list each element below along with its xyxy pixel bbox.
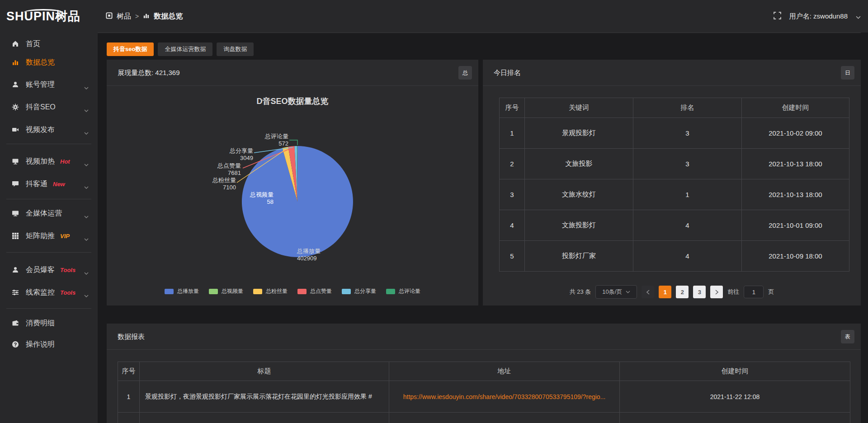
sidebar-item-label: 账号管理: [26, 80, 55, 89]
sidebar-divider: [6, 252, 91, 253]
sidebar-item-media-operation[interactable]: 全媒体运营: [0, 206, 98, 221]
tab-bar: 抖音seo数据 全媒体运营数据 询盘数据: [107, 42, 254, 56]
legend-swatch: [386, 289, 395, 294]
sidebar-item-label: 视频加热: [26, 157, 55, 166]
breadcrumb: 树品 > 数据总览: [106, 0, 183, 33]
page-button-3[interactable]: 3: [693, 286, 706, 298]
cell-index: 2: [500, 149, 525, 179]
page-button-2[interactable]: 2: [676, 286, 689, 298]
sidebar-item-video-heat[interactable]: 视频加热 Hot: [0, 154, 98, 169]
video-link[interactable]: https://www.iesdouyin.com/share/video/70…: [403, 393, 606, 400]
chevron-down-icon: [84, 212, 89, 220]
legend-item-fans[interactable]: 总粉丝量: [253, 287, 288, 295]
table-row: [118, 413, 850, 423]
chevron-down-icon: [84, 235, 89, 243]
cell-index: 3: [500, 179, 525, 210]
cell-rank: 3: [633, 149, 742, 179]
sidebar-item-label: 操作说明: [26, 340, 55, 349]
sidebar-item-label: 矩阵助推: [26, 231, 55, 241]
user-chevron-down-icon[interactable]: [856, 13, 861, 20]
sidebar-item-douyin-seo[interactable]: 抖音SEO: [0, 99, 98, 115]
sidebar-item-home[interactable]: 首页: [0, 36, 98, 52]
bar-chart-icon: [12, 59, 19, 66]
page-size-select[interactable]: 10条/页: [595, 285, 637, 299]
fullscreen-icon[interactable]: [774, 12, 781, 21]
cell-url: [389, 413, 620, 423]
chevron-down-icon: [84, 183, 89, 191]
sidebar-item-video-publish[interactable]: 视频发布: [0, 122, 98, 137]
sidebar-divider: [6, 308, 91, 309]
table-toggle-button[interactable]: 表: [841, 330, 854, 343]
rank-panel-header: 今日排名 日: [483, 60, 861, 86]
legend-label: 总播放量: [177, 287, 199, 295]
breadcrumb-root[interactable]: 树品: [117, 12, 131, 21]
pie-label-play: 总播放量 402909: [297, 248, 321, 262]
arrow-right-icon: [715, 290, 718, 295]
sidebar-item-label: 线索监控: [26, 288, 55, 297]
tab-douyin-seo-data[interactable]: 抖音seo数据: [107, 42, 154, 56]
cell-created: 2021-10-13 18:00: [742, 149, 849, 179]
next-page-button[interactable]: [710, 286, 723, 298]
cell-created: [620, 413, 850, 423]
chevron-down-icon: [84, 291, 89, 299]
prev-page-button[interactable]: [642, 286, 654, 298]
sidebar-item-label: 会员爆客: [26, 265, 55, 275]
breadcrumb-current: 数据总览: [154, 12, 183, 21]
username[interactable]: 用户名: zswodun88: [789, 12, 848, 21]
leader-comment: [289, 140, 297, 145]
page-button-1[interactable]: 1: [659, 286, 671, 298]
sidebar-item-help[interactable]: 操作说明: [0, 337, 98, 352]
legend-label: 总粉丝量: [266, 287, 288, 295]
cell-rank: 4: [633, 210, 742, 241]
sidebar-item-expense-detail[interactable]: 消费明细: [0, 315, 98, 331]
pie-chart: [107, 86, 478, 306]
legend-item-video[interactable]: 总视频量: [209, 287, 243, 295]
legend-swatch: [253, 289, 262, 294]
cell-keyword: 景观投影灯: [525, 118, 633, 149]
legend-item-play[interactable]: 总播放量: [165, 287, 199, 295]
legend-item-comment[interactable]: 总评论量: [386, 287, 420, 295]
tab-media-operation-data[interactable]: 全媒体运营数据: [158, 42, 212, 56]
arrow-left-icon: [646, 290, 650, 295]
sidebar-item-clue-monitor[interactable]: 线索监控 Tools: [0, 285, 98, 300]
page: SHUPIN树品 树品 > 数据总览 用户名: zswodun88: [0, 0, 868, 423]
cell-title: 景观投影灯，夜游景观投影灯厂家展示展示落花灯在花园里的灯光投影应用效果 #: [140, 381, 389, 413]
legend-item-like[interactable]: 总点赞量: [297, 287, 332, 295]
tab-inquiry-data[interactable]: 询盘数据: [217, 42, 254, 56]
sidebar-item-label: 抖客通: [26, 179, 47, 189]
app-logo: SHUPIN树品: [6, 6, 97, 26]
cell-rank: 4: [633, 241, 742, 272]
col-index: 序号: [118, 362, 140, 381]
rank-panel-title: 今日排名: [494, 69, 521, 77]
sidebar-item-douketong[interactable]: 抖客通 New: [0, 176, 98, 192]
total-toggle-button[interactable]: 总: [458, 66, 472, 80]
user-icon: [12, 81, 19, 88]
sidebar-item-member[interactable]: 会员爆客 Tools: [0, 262, 98, 277]
col-index: 序号: [500, 98, 525, 118]
legend-item-share[interactable]: 总分享量: [342, 287, 376, 295]
pie-label-name: 总分享量: [230, 147, 253, 155]
day-toggle-button[interactable]: 日: [841, 66, 854, 80]
table-row: 3 文旅水纹灯 1 2021-10-13 18:00: [500, 179, 849, 210]
legend-label: 总视频量: [222, 287, 243, 295]
header-divider: [98, 33, 861, 33]
pie-label-name: 总评论量: [265, 133, 288, 140]
report-table: 序号 标题 地址 创建时间 1 景观投影灯，夜游景观投影灯厂家展示展示落花灯在花…: [118, 362, 850, 423]
member-user-icon: [12, 266, 19, 273]
report-panel-header: 数据报表 表: [107, 324, 861, 350]
sidebar-item-data-overview[interactable]: 数据总览: [0, 55, 98, 70]
goto-page-input[interactable]: [744, 286, 764, 298]
gear-icon: [12, 103, 19, 111]
report-panel: 数据报表 表 序号 标题 地址 创建时间 1 景观投影灯，夜游景观投影灯厂家展示…: [107, 324, 861, 423]
pie-label-name: 总点赞量: [217, 162, 241, 169]
sidebar-item-account[interactable]: 账号管理: [0, 77, 98, 92]
grid-icon: [12, 232, 19, 240]
sidebar-item-matrix-boost[interactable]: 矩阵助推 VIP: [0, 228, 98, 244]
cell-keyword: 文旅投影: [525, 149, 633, 179]
cell-index: 5: [500, 241, 525, 272]
sliders-icon: [12, 289, 19, 296]
cell-keyword: 投影灯厂家: [525, 241, 633, 272]
monitor-icon: [12, 210, 19, 217]
topbar-right: 用户名: zswodun88: [774, 0, 861, 33]
chevron-down-icon: [84, 128, 89, 136]
